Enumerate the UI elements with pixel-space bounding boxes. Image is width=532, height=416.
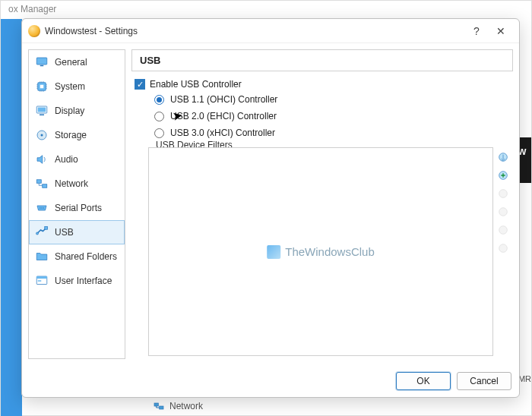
svg-rect-2 <box>36 58 47 65</box>
display-icon <box>35 104 49 118</box>
move-filter-up-button[interactable] <box>496 223 510 237</box>
sidebar-item-label: Shared Folders <box>55 251 117 262</box>
enable-usb-checkbox[interactable]: ✓ <box>135 79 145 90</box>
sidebar-item-label: General <box>55 57 87 68</box>
parent-sidebar <box>1 19 22 416</box>
sidebar-item-label: Serial Ports <box>55 203 102 213</box>
sidebar-item-label: User Interface <box>55 276 112 286</box>
sidebar-item-user-interface[interactable]: User Interface <box>29 269 125 293</box>
svg-point-13 <box>41 207 43 209</box>
usb20-radio[interactable] <box>154 112 164 121</box>
usb20-label: USB 2.0 (EHCI) Controller <box>170 111 277 121</box>
sidebar-item-storage[interactable]: Storage <box>29 123 125 147</box>
disk-icon <box>35 128 49 142</box>
parent-window-title: ox Manager <box>1 1 531 19</box>
usb11-label: USB 1.1 (OHCI) Controller <box>170 94 277 105</box>
dialog-titlebar: Windowstest - Settings ? ✕ <box>22 19 519 43</box>
svg-rect-18 <box>36 276 47 279</box>
remove-filter-button[interactable] <box>496 205 510 219</box>
settings-content: USB ✓ Enable USB Controller USB 1.1 (OHC… <box>131 49 513 359</box>
usb30-radio-row[interactable]: USB 3.0 (xHCI) Controller <box>154 128 510 138</box>
dialog-footer: OK Cancel <box>22 365 519 397</box>
svg-rect-19 <box>38 280 42 282</box>
usb11-radio-row[interactable]: USB 1.1 (OHCI) Controller <box>154 94 510 105</box>
edit-filter-button[interactable] <box>496 187 510 200</box>
svg-point-22 <box>499 190 508 198</box>
svg-point-14 <box>43 207 45 209</box>
svg-point-23 <box>499 208 508 216</box>
app-icon <box>28 25 40 37</box>
usb-controller-radio-group: USB 1.1 (OHCI) Controller USB 2.0 (EHCI)… <box>154 94 510 138</box>
svg-rect-3 <box>40 65 44 67</box>
ok-button[interactable]: OK <box>396 372 451 390</box>
sidebar-item-label: Storage <box>55 130 87 140</box>
network-icon <box>35 177 49 191</box>
svg-rect-11 <box>43 184 47 188</box>
parent-network-footer: Network <box>153 400 203 412</box>
add-empty-filter-button[interactable] <box>496 150 510 164</box>
svg-rect-16 <box>45 227 48 230</box>
arrow-up-icon <box>497 224 509 236</box>
edit-icon <box>497 188 509 200</box>
svg-rect-0 <box>154 403 158 406</box>
add-filter-from-device-button[interactable] <box>496 169 510 182</box>
cancel-button[interactable]: Cancel <box>457 372 511 390</box>
svg-point-12 <box>40 207 41 209</box>
network-icon <box>153 400 165 412</box>
svg-point-25 <box>499 244 508 253</box>
folder-icon <box>35 250 49 263</box>
remove-icon <box>497 206 509 218</box>
svg-point-9 <box>41 134 43 137</box>
chip-icon <box>35 80 49 93</box>
usb-icon <box>35 225 49 239</box>
usb-filter-actions <box>493 146 510 356</box>
sidebar-item-system[interactable]: System <box>29 74 125 99</box>
usb-filters-fieldset: USB Device Filters TheWindowsClub <box>148 146 510 356</box>
watermark-text: TheWindowsClub <box>285 245 375 258</box>
watermark: TheWindowsClub <box>267 245 375 259</box>
section-title: USB <box>131 49 513 71</box>
sidebar-item-label: Audio <box>55 154 78 165</box>
usb20-radio-row[interactable]: USB 2.0 (EHCI) Controller <box>154 111 510 121</box>
dialog-title: Windowstest - Settings <box>45 26 464 36</box>
svg-rect-10 <box>36 180 41 184</box>
sidebar-item-shared-folders[interactable]: Shared Folders <box>29 244 125 269</box>
sidebar-item-label: System <box>55 81 85 92</box>
parent-network-label: Network <box>169 401 203 411</box>
arrow-down-icon <box>497 242 509 254</box>
svg-point-24 <box>499 226 508 235</box>
svg-rect-1 <box>160 406 163 409</box>
move-filter-down-button[interactable] <box>496 241 510 255</box>
close-button[interactable]: ✕ <box>489 20 513 42</box>
sidebar-item-audio[interactable]: Audio <box>29 147 125 172</box>
usb-filters-list[interactable]: TheWindowsClub <box>148 147 493 356</box>
svg-rect-5 <box>40 85 44 89</box>
sidebar-item-label: USB <box>55 227 74 238</box>
sidebar-item-label: Network <box>55 178 88 189</box>
sidebar-item-label: Display <box>55 106 84 116</box>
serial-port-icon <box>35 201 49 215</box>
sidebar-item-general[interactable]: General <box>29 50 125 74</box>
category-list[interactable]: General System Display Storage Audio Net… <box>28 49 125 359</box>
sidebar-item-usb[interactable]: USB <box>29 220 125 244</box>
ui-icon <box>35 274 49 288</box>
svg-point-15 <box>36 232 39 235</box>
usb-plug-icon <box>497 151 509 163</box>
usb11-radio[interactable] <box>154 95 164 105</box>
watermark-icon <box>267 245 280 259</box>
usb30-label: USB 3.0 (xHCI) Controller <box>170 128 275 138</box>
svg-rect-7 <box>38 108 46 112</box>
speaker-icon <box>35 153 49 166</box>
settings-dialog: Windowstest - Settings ? ✕ General Syste… <box>21 18 520 398</box>
sidebar-item-network[interactable]: Network <box>29 172 125 196</box>
sidebar-item-serial-ports[interactable]: Serial Ports <box>29 196 125 220</box>
enable-usb-row[interactable]: ✓ Enable USB Controller <box>135 79 510 90</box>
usb-add-icon <box>497 169 509 181</box>
sidebar-item-display[interactable]: Display <box>29 99 125 123</box>
monitor-icon <box>35 55 49 69</box>
usb30-radio[interactable] <box>154 128 164 138</box>
enable-usb-label: Enable USB Controller <box>150 79 242 90</box>
help-button[interactable]: ? <box>464 20 489 42</box>
